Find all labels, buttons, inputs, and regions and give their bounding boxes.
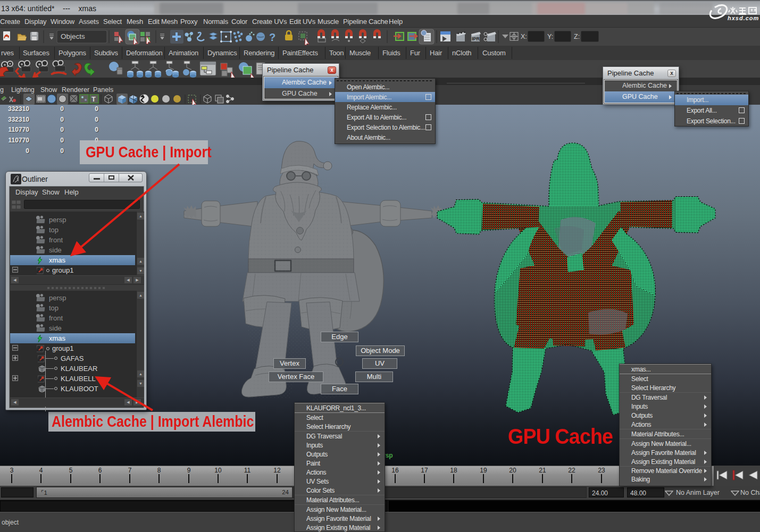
svg-text:Z:: Z: — [574, 33, 580, 40]
svg-text:Objects: Objects — [61, 32, 85, 40]
svg-text:IPR: IPR — [472, 36, 480, 41]
svg-text:X:: X: — [521, 33, 527, 40]
svg-text:T: T — [91, 95, 96, 103]
svg-text:?: ? — [269, 31, 275, 43]
svg-text:hxsd.com: hxsd.com — [728, 15, 759, 21]
svg-text:Y:: Y: — [547, 33, 553, 40]
